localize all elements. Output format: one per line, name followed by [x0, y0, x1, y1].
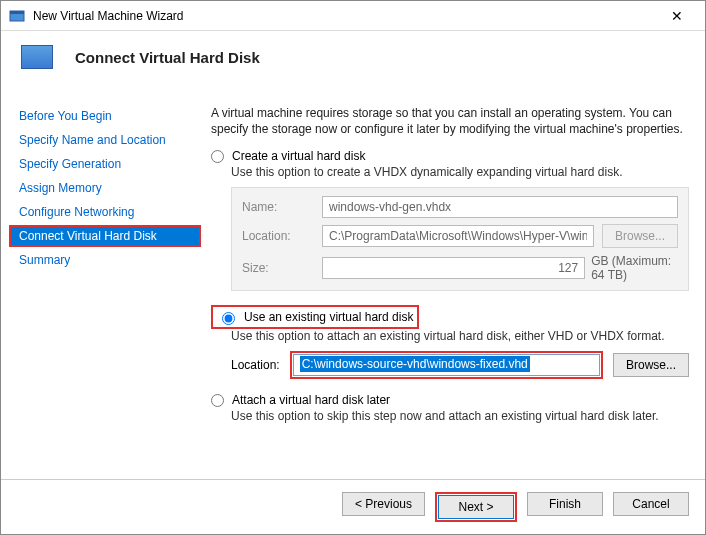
option-existing: Use an existing virtual hard disk Use th… — [211, 305, 689, 379]
sidebar-item-connect-vhd[interactable]: Connect Virtual Hard Disk — [9, 225, 201, 247]
header: Connect Virtual Hard Disk — [1, 31, 705, 89]
window-title: New Virtual Machine Wizard — [33, 9, 657, 23]
cancel-button[interactable]: Cancel — [613, 492, 689, 516]
option-later: Attach a virtual hard disk later Use thi… — [211, 393, 689, 431]
create-size-unit: GB (Maximum: 64 TB) — [591, 254, 678, 282]
main-panel: A virtual machine requires storage so th… — [199, 89, 705, 479]
create-size-input — [322, 257, 585, 279]
titlebar: New Virtual Machine Wizard ✕ — [1, 1, 705, 31]
sidebar-item-specify-name[interactable]: Specify Name and Location — [13, 129, 199, 151]
page-title: Connect Virtual Hard Disk — [75, 49, 260, 66]
intro-text: A virtual machine requires storage so th… — [211, 105, 689, 137]
radio-later-vhd[interactable] — [211, 394, 224, 407]
footer: < Previous Next > Finish Cancel — [1, 479, 705, 534]
create-name-label: Name: — [242, 200, 314, 214]
later-desc: Use this option to skip this step now an… — [231, 409, 689, 423]
radio-existing-label: Use an existing virtual hard disk — [244, 310, 413, 324]
sidebar-item-before-you-begin[interactable]: Before You Begin — [13, 105, 199, 127]
radio-later-label: Attach a virtual hard disk later — [232, 393, 390, 407]
header-icon — [21, 45, 53, 69]
create-browse-button: Browse... — [602, 224, 678, 248]
create-location-input — [322, 225, 594, 247]
existing-desc: Use this option to attach an existing vi… — [231, 329, 689, 343]
existing-location-input[interactable]: C:\windows-source-vhd\windows-fixed.vhd — [293, 354, 600, 376]
existing-browse-button[interactable]: Browse... — [613, 353, 689, 377]
create-name-input — [322, 196, 678, 218]
sidebar-item-summary[interactable]: Summary — [13, 249, 199, 271]
radio-create-vhd[interactable] — [211, 150, 224, 163]
next-button[interactable]: Next > — [438, 495, 514, 519]
create-size-label: Size: — [242, 261, 314, 275]
create-fields: Name: Location: Browse... Size: GB (Maxi… — [231, 187, 689, 291]
sidebar-item-specify-generation[interactable]: Specify Generation — [13, 153, 199, 175]
finish-button[interactable]: Finish — [527, 492, 603, 516]
svg-rect-1 — [10, 11, 24, 14]
option-create: Create a virtual hard disk Use this opti… — [211, 149, 689, 291]
radio-create-label: Create a virtual hard disk — [232, 149, 365, 163]
create-desc: Use this option to create a VHDX dynamic… — [231, 165, 689, 179]
existing-location-label: Location: — [231, 358, 280, 372]
sidebar-item-configure-networking[interactable]: Configure Networking — [13, 201, 199, 223]
next-button-highlight: Next > — [435, 492, 517, 522]
create-location-label: Location: — [242, 229, 314, 243]
previous-button[interactable]: < Previous — [342, 492, 425, 516]
sidebar: Before You Begin Specify Name and Locati… — [1, 89, 199, 479]
body: Before You Begin Specify Name and Locati… — [1, 89, 705, 479]
existing-location-row: Location: C:\windows-source-vhd\windows-… — [231, 351, 689, 379]
close-button[interactable]: ✕ — [657, 8, 697, 24]
radio-existing-vhd[interactable] — [222, 312, 235, 325]
sidebar-item-assign-memory[interactable]: Assign Memory — [13, 177, 199, 199]
wizard-icon — [9, 8, 25, 24]
radio-existing-highlight: Use an existing virtual hard disk — [211, 305, 419, 329]
wizard-window: New Virtual Machine Wizard ✕ Connect Vir… — [0, 0, 706, 535]
